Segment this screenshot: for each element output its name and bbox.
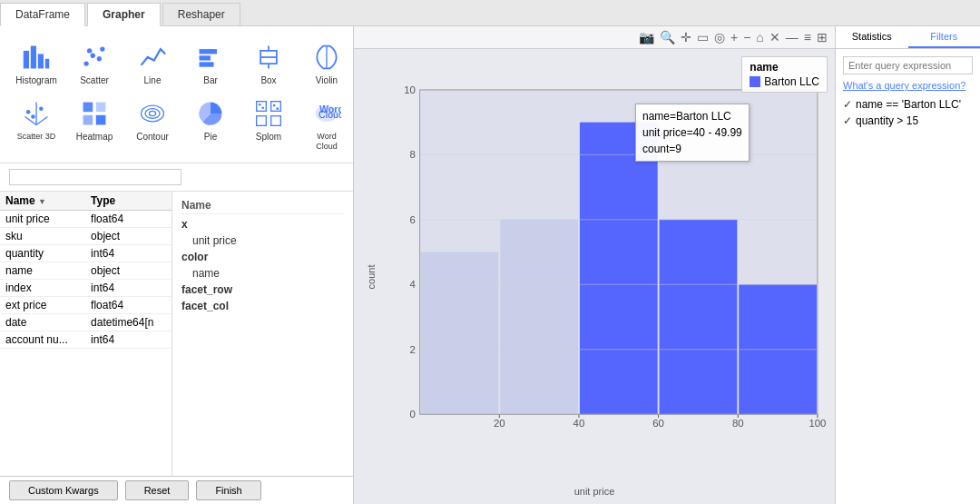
histogram-chart: 024681020406080100 — [377, 49, 835, 477]
contour-label: Contour — [136, 132, 169, 143]
table-row[interactable]: quantityint64 — [0, 244, 172, 262]
x-axis-label: unit price — [574, 486, 615, 497]
grid-icon[interactable]: ⊞ — [817, 30, 828, 44]
finish-button[interactable]: Finish — [196, 480, 260, 500]
table-row[interactable]: nameobject — [0, 262, 172, 279]
col-header-name[interactable]: Name ▼ — [0, 192, 85, 211]
chart-type-splom[interactable]: Splom — [241, 94, 296, 155]
scatter3d-label: Scatter 3D — [17, 132, 56, 142]
table-row[interactable]: skuobject — [0, 227, 172, 244]
filter-input[interactable] — [9, 169, 181, 185]
col-type: float64 — [85, 296, 172, 313]
chart-legend: name Barton LLC — [741, 56, 828, 93]
col-type: int64 — [85, 244, 172, 262]
col-type: int64 — [85, 279, 172, 296]
svg-rect-42 — [421, 252, 499, 415]
chart-type-heatmap[interactable]: Heatmap — [67, 94, 122, 155]
splom-icon — [252, 97, 285, 130]
spike-icon[interactable]: ✕ — [769, 30, 780, 44]
chart-type-histogram[interactable]: Histogram — [9, 37, 64, 90]
filter-item: ✓name == 'Barton LLC' — [843, 98, 973, 111]
svg-rect-3 — [45, 59, 49, 69]
chart-type-scatter3d[interactable]: Scatter 3D — [9, 94, 64, 155]
filter-item: ✓quantity > 15 — [843, 114, 973, 127]
svg-rect-32 — [257, 116, 267, 126]
color-value[interactable]: name — [181, 265, 344, 282]
sort-icon: ▼ — [38, 197, 46, 206]
svg-point-34 — [259, 104, 261, 106]
chart-type-violin[interactable]: Violin — [299, 37, 354, 90]
zoom-out-icon[interactable]: − — [743, 30, 750, 44]
svg-text:2: 2 — [410, 344, 416, 355]
heatmap-icon — [78, 97, 111, 130]
check-icon: ✓ — [843, 114, 852, 127]
col-name: quantity — [0, 244, 85, 262]
reset-axes-icon[interactable]: ⌂ — [756, 30, 763, 44]
x-value[interactable]: unit price — [181, 232, 344, 249]
chart-type-pie[interactable]: Pie — [183, 94, 238, 155]
tab-filters[interactable]: Filters — [908, 26, 981, 48]
svg-text:Cloud: Cloud — [318, 109, 341, 120]
col-name: unit price — [0, 210, 85, 227]
camera-icon[interactable]: 📷 — [639, 30, 654, 44]
table-row[interactable]: unit pricefloat64 — [0, 210, 172, 227]
svg-rect-1 — [31, 46, 36, 69]
chart-type-scatter[interactable]: Scatter — [67, 37, 122, 90]
svg-rect-33 — [271, 116, 281, 126]
filter-items: ✓name == 'Barton LLC'✓quantity > 15 — [843, 98, 973, 127]
lasso-icon[interactable]: ◎ — [714, 30, 725, 44]
chart-type-bar[interactable]: Bar — [183, 37, 238, 90]
reset-button[interactable]: Reset — [125, 480, 190, 500]
chart-type-wordcloud[interactable]: Word Cloud WordCloud — [299, 94, 354, 155]
svg-point-20 — [26, 110, 30, 114]
params-panel: Name x unit price color name facet_row f… — [172, 192, 353, 476]
table-row[interactable]: indexint64 — [0, 279, 172, 296]
legend-color-swatch — [750, 76, 760, 87]
col-header-type[interactable]: Type — [85, 192, 172, 211]
query-help-link[interactable]: What's a query expression? — [843, 80, 973, 91]
table-row[interactable]: account nu...int64 — [0, 331, 172, 348]
svg-text:10: 10 — [404, 84, 416, 95]
chart-type-line[interactable]: Line — [125, 37, 180, 90]
right-panel-content: What's a query expression? ✓name == 'Bar… — [836, 49, 980, 504]
pan-icon[interactable]: ✛ — [681, 30, 691, 44]
chart-type-box[interactable]: Box — [241, 37, 296, 90]
svg-rect-47 — [580, 123, 658, 415]
wordcloud-icon: Word Cloud — [310, 97, 343, 130]
svg-rect-0 — [24, 51, 29, 69]
svg-rect-25 — [83, 115, 93, 125]
pie-icon — [194, 97, 227, 130]
tab-reshaper[interactable]: Reshaper — [162, 3, 240, 25]
zoom-icon[interactable]: 🔍 — [660, 30, 675, 44]
zoom-in-icon[interactable]: + — [730, 30, 738, 44]
custom-kwargs-button[interactable]: Custom Kwargs — [9, 480, 118, 500]
filter-text: name == 'Barton LLC' — [856, 98, 961, 111]
svg-point-7 — [100, 46, 104, 51]
svg-point-21 — [39, 106, 43, 110]
svg-rect-26 — [96, 115, 106, 125]
svg-rect-31 — [271, 102, 281, 112]
legend-label: Barton LLC — [764, 75, 819, 88]
data-area: Name ▼ Type unit pricefloat64skuobjectqu… — [0, 192, 353, 476]
hover-icon[interactable]: — — [786, 30, 799, 44]
select-icon[interactable]: ▭ — [697, 30, 709, 44]
chart-type-contour[interactable]: Contour — [125, 94, 180, 155]
svg-point-36 — [273, 104, 276, 107]
query-input[interactable] — [843, 56, 973, 74]
compare-icon[interactable]: ≡ — [804, 30, 811, 44]
legend-title: name — [750, 61, 819, 74]
svg-rect-23 — [83, 103, 93, 113]
svg-text:60: 60 — [652, 418, 664, 429]
tab-dataframe[interactable]: DataFrame — [0, 3, 85, 26]
right-panel: Statistics Filters What's a query expres… — [835, 26, 980, 504]
svg-point-27 — [142, 105, 164, 122]
table-row[interactable]: datedatetime64[n — [0, 313, 172, 331]
svg-point-6 — [97, 56, 102, 61]
svg-point-29 — [149, 111, 155, 115]
tab-grapher[interactable]: Grapher — [87, 3, 161, 26]
tab-statistics[interactable]: Statistics — [836, 26, 908, 48]
table-row[interactable]: ext pricefloat64 — [0, 296, 172, 313]
scatter3d-icon — [20, 97, 53, 130]
col-name: name — [0, 262, 85, 279]
col-name: index — [0, 279, 85, 296]
